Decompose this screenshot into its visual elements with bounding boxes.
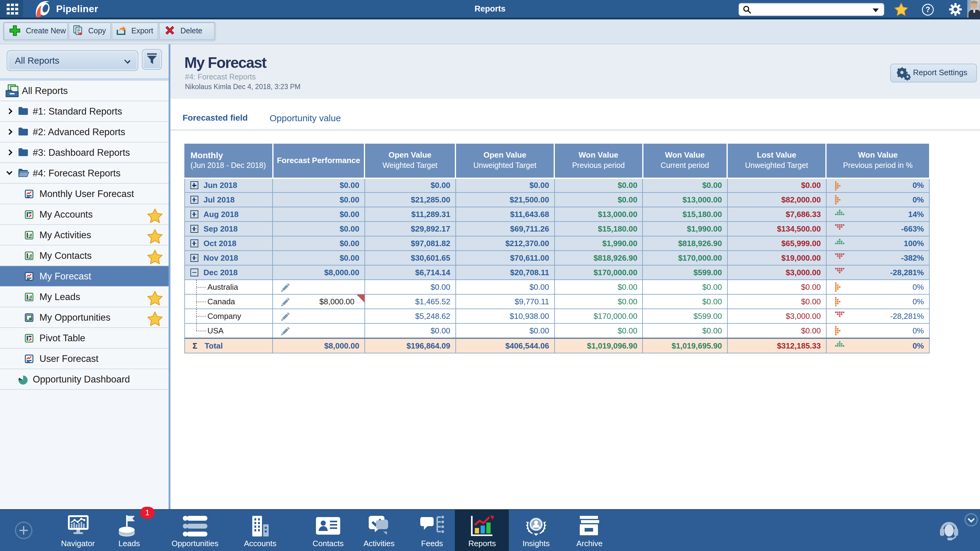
svg-text:?: ?	[926, 5, 930, 13]
